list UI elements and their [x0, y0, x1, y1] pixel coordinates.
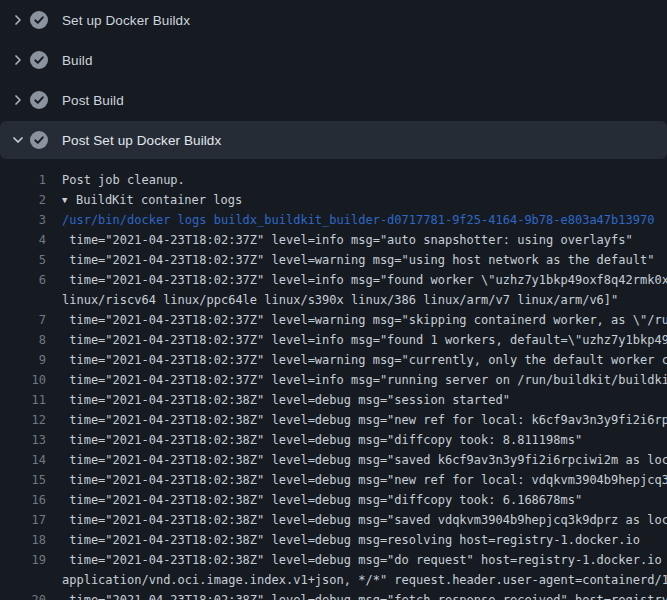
line-text-content: linux/riscv64 linux/ppc64le linux/s390x …: [62, 293, 618, 307]
line-number[interactable]: 5: [0, 250, 46, 270]
line-text: time="2021-04-23T18:02:38Z" level=debug …: [62, 430, 582, 450]
line-text: time="2021-04-23T18:02:37Z" level=info m…: [62, 370, 667, 390]
line-number[interactable]: 10: [0, 370, 46, 390]
log-line: 3 /usr/bin/docker logs buildx_buildkit_b…: [0, 210, 667, 230]
chevron-right-icon[interactable]: [10, 52, 26, 68]
check-circle-icon: [30, 51, 48, 69]
log-line: 18 time="2021-04-23T18:02:38Z" level=deb…: [0, 530, 667, 550]
line-text-content: time="2021-04-23T18:02:37Z" level=info m…: [62, 373, 667, 387]
log-line: 20 time="2021-04-23T18:02:38Z" level=deb…: [0, 590, 667, 600]
line-number[interactable]: 12: [0, 410, 46, 430]
log-line: 14 time="2021-04-23T18:02:38Z" level=deb…: [0, 450, 667, 470]
line-number[interactable]: 6: [0, 270, 46, 290]
line-number[interactable]: 13: [0, 430, 46, 450]
line-text-content: time="2021-04-23T18:02:38Z" level=debug …: [62, 493, 582, 507]
line-text: time="2021-04-23T18:02:38Z" level=debug …: [62, 550, 667, 570]
line-text-content: time="2021-04-23T18:02:37Z" level=info m…: [62, 273, 667, 287]
step-label: Set up Docker Buildx: [62, 13, 190, 28]
line-number[interactable]: 9: [0, 350, 46, 370]
log-line: 12 time="2021-04-23T18:02:38Z" level=deb…: [0, 410, 667, 430]
log-line: 17 time="2021-04-23T18:02:38Z" level=deb…: [0, 510, 667, 530]
line-text-content: time="2021-04-23T18:02:38Z" level=debug …: [62, 393, 510, 407]
step-row-post-build[interactable]: Post Build: [0, 80, 667, 120]
log-line: 19 time="2021-04-23T18:02:38Z" level=deb…: [0, 550, 667, 570]
chevron-down-icon[interactable]: [10, 132, 26, 148]
line-text-content: time="2021-04-23T18:02:37Z" level=info m…: [62, 233, 633, 247]
log-area: 1 Post job cleanup. 2 ▼BuildKit containe…: [0, 160, 667, 600]
log-line: 13 time="2021-04-23T18:02:38Z" level=deb…: [0, 430, 667, 450]
line-number[interactable]: 3: [0, 210, 46, 230]
line-text-content: time="2021-04-23T18:02:38Z" level=debug …: [62, 593, 667, 600]
line-number[interactable]: 7: [0, 310, 46, 330]
line-text: time="2021-04-23T18:02:37Z" level=info m…: [62, 330, 667, 350]
steps-list: Set up Docker Buildx Build: [0, 0, 667, 159]
line-number[interactable]: [0, 570, 46, 590]
line-text: time="2021-04-23T18:02:38Z" level=debug …: [62, 450, 667, 470]
line-text-content: time="2021-04-23T18:02:38Z" level=debug …: [62, 533, 640, 547]
line-text: time="2021-04-23T18:02:37Z" level=warnin…: [62, 310, 667, 330]
log-line: 1 Post job cleanup.: [0, 170, 667, 190]
line-number[interactable]: 14: [0, 450, 46, 470]
line-number[interactable]: 2: [0, 190, 46, 210]
line-text: time="2021-04-23T18:02:38Z" level=debug …: [62, 410, 667, 430]
line-number[interactable]: 15: [0, 470, 46, 490]
line-text: time="2021-04-23T18:02:38Z" level=debug …: [62, 590, 667, 600]
step-row-set-up-docker-buildx[interactable]: Set up Docker Buildx: [0, 0, 667, 40]
line-number[interactable]: 4: [0, 230, 46, 250]
line-text-content: time="2021-04-23T18:02:37Z" level=warnin…: [62, 353, 667, 367]
log-line: 10 time="2021-04-23T18:02:37Z" level=inf…: [0, 370, 667, 390]
chevron-right-icon[interactable]: [10, 92, 26, 108]
line-number[interactable]: 1: [0, 170, 46, 190]
line-text-content: time="2021-04-23T18:02:38Z" level=debug …: [62, 433, 582, 447]
line-text: time="2021-04-23T18:02:38Z" level=debug …: [62, 530, 640, 550]
line-number[interactable]: 8: [0, 330, 46, 350]
check-circle-icon: [30, 91, 48, 109]
line-text: application/vnd.oci.image.index.v1+json,…: [62, 570, 667, 590]
line-text-content: time="2021-04-23T18:02:38Z" level=debug …: [62, 453, 667, 467]
line-text-content: time="2021-04-23T18:02:37Z" level=warnin…: [62, 313, 667, 327]
log-line: linux/riscv64 linux/ppc64le linux/s390x …: [0, 290, 667, 310]
line-text-content: time="2021-04-23T18:02:38Z" level=debug …: [62, 553, 667, 567]
line-text: time="2021-04-23T18:02:37Z" level=warnin…: [62, 250, 654, 270]
line-text: time="2021-04-23T18:02:38Z" level=debug …: [62, 510, 667, 530]
line-text-content: BuildKit container logs: [76, 193, 242, 207]
line-text-content: time="2021-04-23T18:02:38Z" level=debug …: [62, 413, 667, 427]
log-line: 16 time="2021-04-23T18:02:38Z" level=deb…: [0, 490, 667, 510]
check-circle-icon: [30, 131, 48, 149]
line-number[interactable]: 11: [0, 390, 46, 410]
log-line: 9 time="2021-04-23T18:02:37Z" level=warn…: [0, 350, 667, 370]
line-text-content: Post job cleanup.: [62, 173, 185, 187]
line-text-content: time="2021-04-23T18:02:38Z" level=debug …: [62, 473, 667, 487]
log-line: 11 time="2021-04-23T18:02:38Z" level=deb…: [0, 390, 667, 410]
log-line: 6 time="2021-04-23T18:02:37Z" level=info…: [0, 270, 667, 290]
line-text: ▼BuildKit container logs: [62, 190, 242, 210]
line-number[interactable]: 16: [0, 490, 46, 510]
line-text: linux/riscv64 linux/ppc64le linux/s390x …: [62, 290, 618, 310]
actions-log-viewer: Set up Docker Buildx Build: [0, 0, 667, 600]
log-line: 7 time="2021-04-23T18:02:37Z" level=warn…: [0, 310, 667, 330]
line-number[interactable]: 20: [0, 590, 46, 600]
line-text-content: application/vnd.oci.image.index.v1+json,…: [62, 573, 667, 587]
line-text: Post job cleanup.: [62, 170, 185, 190]
line-text-content: /usr/bin/docker logs buildx_buildkit_bui…: [62, 213, 654, 227]
line-text: time="2021-04-23T18:02:37Z" level=info m…: [62, 230, 633, 250]
chevron-right-icon[interactable]: [10, 12, 26, 28]
log-line: application/vnd.oci.image.index.v1+json,…: [0, 570, 667, 590]
step-label: Post Set up Docker Buildx: [62, 133, 221, 148]
log-line: 5 time="2021-04-23T18:02:37Z" level=warn…: [0, 250, 667, 270]
line-text: time="2021-04-23T18:02:38Z" level=debug …: [62, 390, 510, 410]
triangle-down-icon[interactable]: ▼: [62, 190, 76, 210]
step-row-build[interactable]: Build: [0, 40, 667, 80]
line-number[interactable]: 19: [0, 550, 46, 570]
line-number[interactable]: [0, 290, 46, 310]
log-line: 8 time="2021-04-23T18:02:37Z" level=info…: [0, 330, 667, 350]
log-line: 4 time="2021-04-23T18:02:37Z" level=info…: [0, 230, 667, 250]
line-text: time="2021-04-23T18:02:38Z" level=debug …: [62, 490, 582, 510]
check-circle-icon: [30, 11, 48, 29]
log-line: 15 time="2021-04-23T18:02:38Z" level=deb…: [0, 470, 667, 490]
line-number[interactable]: 18: [0, 530, 46, 550]
step-label: Post Build: [62, 93, 124, 108]
line-number[interactable]: 17: [0, 510, 46, 530]
line-text: time="2021-04-23T18:02:38Z" level=debug …: [62, 470, 667, 490]
step-row-post-set-up-docker-buildx[interactable]: Post Set up Docker Buildx: [0, 121, 667, 159]
